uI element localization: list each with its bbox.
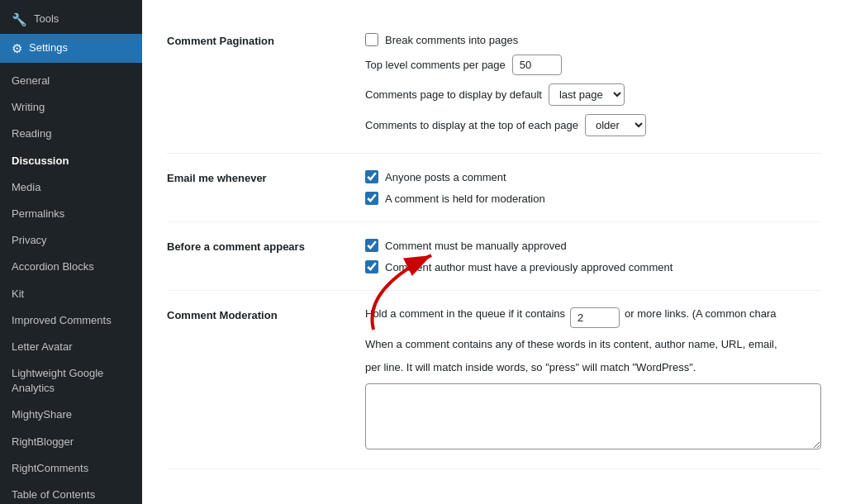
sidebar-item-kit[interactable]: Kit bbox=[0, 281, 142, 307]
manually-approved-group: Comment must be manually approved bbox=[365, 239, 821, 252]
sidebar-menu-items: GeneralWritingReadingDiscussionMediaPerm… bbox=[0, 68, 142, 504]
sidebar-item-permalinks[interactable]: Permalinks bbox=[0, 201, 142, 227]
anyone-posts-group: Anyone posts a comment bbox=[365, 170, 821, 183]
manually-approved-checkbox[interactable] bbox=[365, 239, 378, 252]
section-label-comment-moderation: Comment Moderation bbox=[167, 307, 340, 452]
hold-queue-links-input[interactable] bbox=[570, 307, 620, 328]
sidebar-item-rightcomments[interactable]: RightComments bbox=[0, 455, 142, 482]
anyone-posts-checkbox[interactable] bbox=[365, 170, 378, 183]
settings-icon: ⚙ bbox=[12, 40, 22, 57]
sidebar-item-table-of-contents[interactable]: Table of Contents bbox=[0, 482, 142, 504]
sidebar-item-letter-avatar[interactable]: Letter Avatar bbox=[0, 334, 142, 360]
break-comments-label: Break comments into pages bbox=[385, 34, 518, 46]
page-display-label: Comments page to display by default bbox=[365, 88, 542, 101]
main-content: Comment Pagination Break comments into p… bbox=[142, 0, 846, 504]
comment-pagination-section: Comment Pagination Break comments into p… bbox=[167, 17, 821, 154]
sidebar-item-label-general: General bbox=[12, 74, 50, 88]
break-comments-group: Break comments into pages bbox=[365, 33, 821, 46]
manually-approved-label: Comment must be manually approved bbox=[385, 240, 567, 252]
sidebar-item-general[interactable]: General bbox=[0, 68, 142, 94]
held-moderation-label: A comment is held for moderation bbox=[385, 193, 545, 205]
held-moderation-checkbox[interactable] bbox=[365, 192, 378, 205]
hold-queue-group: Hold a comment in the queue if it contai… bbox=[365, 307, 821, 328]
section-label-comment-pagination: Comment Pagination bbox=[167, 33, 340, 136]
sidebar-item-label-mightyshare: MightyShare bbox=[12, 407, 72, 422]
section-label-before-comment: Before a comment appears bbox=[167, 239, 340, 273]
sidebar-item-label-media: Media bbox=[12, 180, 40, 195]
sidebar-item-label-discussion: Discussion bbox=[12, 154, 69, 169]
email-whenever-section: Email me whenever Anyone posts a comment… bbox=[167, 154, 821, 222]
previously-approved-group: Comment author must have a previously ap… bbox=[365, 260, 821, 273]
sidebar-item-label-table-of-contents: Table of Contents bbox=[12, 487, 95, 502]
comments-page-display-group: Comments page to display by default firs… bbox=[365, 83, 821, 106]
sidebar-item-accordion-blocks[interactable]: Accordion Blocks bbox=[0, 254, 142, 280]
comment-moderation-fields: Hold a comment in the queue if it contai… bbox=[365, 307, 821, 452]
sidebar-item-label-letter-avatar: Letter Avatar bbox=[12, 340, 72, 354]
sidebar-top-section: 🔧 Tools ⚙ Settings bbox=[0, 0, 142, 68]
sidebar-item-label-rightcomments: RightComments bbox=[12, 461, 88, 476]
sidebar-item-label-accordion-blocks: Accordion Blocks bbox=[12, 259, 94, 274]
sidebar-item-label: Tools bbox=[34, 12, 59, 26]
previously-approved-label: Comment author must have a previously ap… bbox=[385, 261, 673, 273]
sidebar-item-label-reading: Reading bbox=[12, 126, 51, 141]
comment-moderation-section: Comment Moderation Hold a comment in the… bbox=[167, 291, 821, 469]
sidebar-item-label-privacy: Privacy bbox=[12, 233, 47, 248]
sidebar-item-improved-comments[interactable]: Improved Comments bbox=[0, 307, 142, 334]
moderation-desc-text2: per line. It will match inside words, so… bbox=[365, 359, 821, 376]
hold-queue-label-after: or more links. (A common chara bbox=[625, 307, 777, 320]
before-comment-section: Before a comment appears Comment must be… bbox=[167, 222, 821, 291]
sidebar-item-label: Settings bbox=[29, 40, 68, 55]
comments-top-display-group: Comments to display at the top of each p… bbox=[365, 114, 821, 136]
settings-content: Comment Pagination Break comments into p… bbox=[142, 0, 846, 486]
sidebar-item-label-lightweight-google-analytics: Lightweight Google Analytics bbox=[12, 366, 132, 396]
top-display-select[interactable]: older newer bbox=[585, 114, 646, 136]
email-whenever-fields: Anyone posts a comment A comment is held… bbox=[365, 170, 821, 205]
sidebar-item-privacy[interactable]: Privacy bbox=[0, 227, 142, 254]
moderation-desc-text1: When a comment contains any of these wor… bbox=[365, 336, 821, 353]
top-level-comments-input[interactable] bbox=[512, 55, 562, 75]
sidebar-item-mightyshare[interactable]: MightyShare bbox=[0, 402, 142, 428]
sidebar-item-label-writing: Writing bbox=[12, 100, 45, 115]
previously-approved-checkbox[interactable] bbox=[365, 260, 378, 273]
sidebar-item-lightweight-google-analytics[interactable]: Lightweight Google Analytics bbox=[0, 360, 142, 402]
before-comment-fields: Comment must be manually approved Commen… bbox=[365, 239, 821, 273]
anyone-posts-label: Anyone posts a comment bbox=[385, 171, 506, 183]
sidebar-item-reading[interactable]: Reading bbox=[0, 121, 142, 147]
comment-pagination-fields: Break comments into pages Top level comm… bbox=[365, 33, 821, 136]
sidebar-item-label-kit: Kit bbox=[12, 287, 24, 302]
sidebar-item-settings[interactable]: ⚙ Settings bbox=[0, 34, 142, 63]
held-moderation-group: A comment is held for moderation bbox=[365, 192, 821, 205]
sidebar-item-label-permalinks: Permalinks bbox=[12, 207, 64, 221]
sidebar-item-rightblogger[interactable]: RightBlogger bbox=[0, 429, 142, 455]
break-comments-checkbox[interactable] bbox=[365, 33, 378, 46]
sidebar-item-writing[interactable]: Writing bbox=[0, 94, 142, 121]
top-level-label: Top level comments per page bbox=[365, 59, 506, 71]
tools-icon: 🔧 bbox=[12, 11, 27, 28]
sidebar: 🔧 Tools ⚙ Settings GeneralWritingReading… bbox=[0, 0, 142, 504]
moderation-textarea[interactable] bbox=[365, 383, 821, 449]
sidebar-item-label-improved-comments: Improved Comments bbox=[12, 313, 112, 328]
sidebar-item-discussion[interactable]: Discussion bbox=[0, 148, 142, 174]
section-label-email-whenever: Email me whenever bbox=[167, 170, 340, 205]
page-display-select[interactable]: first page last page bbox=[549, 83, 625, 106]
hold-queue-label-before: Hold a comment in the queue if it contai… bbox=[365, 307, 565, 320]
sidebar-item-media[interactable]: Media bbox=[0, 174, 142, 201]
sidebar-item-label-rightblogger: RightBlogger bbox=[12, 435, 74, 449]
sidebar-item-tools[interactable]: 🔧 Tools bbox=[0, 5, 142, 34]
top-level-comments-group: Top level comments per page bbox=[365, 55, 821, 75]
top-display-label: Comments to display at the top of each p… bbox=[365, 119, 578, 131]
